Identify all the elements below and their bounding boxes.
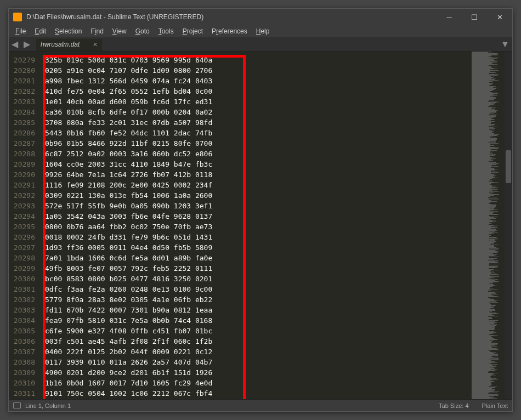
line-number: 20305 — [9, 326, 41, 336]
code-line: bc00 8583 0800 b025 0477 4816 3250 0201 — [41, 274, 469, 284]
line-number: 20279 — [9, 55, 41, 65]
menubar: File Edit Selection Find View Goto Tools… — [9, 25, 512, 37]
line-number: 20281 — [9, 76, 41, 86]
code-line: fd11 670b 7422 0007 7301 b90a 0812 1eaa — [41, 305, 469, 315]
line-number: 20311 — [9, 388, 41, 399]
sublime-window: D:\Dat Files\hwrusalm.dat - Sublime Text… — [8, 8, 513, 412]
menu-project[interactable]: Project — [178, 26, 207, 36]
line-number: 20298 — [9, 253, 41, 263]
line-number: 20309 — [9, 367, 41, 378]
line-number: 20294 — [9, 211, 41, 222]
code-line: 9926 64be 7e1a 1c64 2726 fb07 412b 0118 — [41, 169, 469, 180]
code-line: 1b16 0b0d 1607 0017 7d10 1605 fc29 4e0d — [41, 378, 469, 388]
line-number: 20302 — [9, 294, 41, 305]
line-number: 20301 — [9, 284, 41, 294]
line-number: 20286 — [9, 128, 41, 138]
code-line: 0309 0221 130a 013e fb54 1006 1a0a 2600 — [41, 190, 469, 201]
titlebar: D:\Dat Files\hwrusalm.dat - Sublime Text… — [9, 9, 512, 25]
code-line: 325b 019c 500d 031c 0703 9569 995d 640a — [41, 55, 469, 65]
syntax-mode[interactable]: Plain Text — [482, 402, 508, 409]
menu-preferences[interactable]: Preferences — [207, 26, 252, 36]
app-icon — [13, 13, 22, 21]
line-number: 20312 — [9, 399, 41, 399]
code-line: 0018 0002 24fb d331 fe79 9b6c 051d 1431 — [41, 232, 469, 242]
code-line: 7a01 1bda 1606 0c6d fe5a 0d01 a89b fa0e — [41, 253, 469, 263]
code-line: 5443 0b16 fb60 fe52 04dc 1101 2dac 74fb — [41, 128, 469, 138]
code-line: 3708 080a fe33 2c01 31ec 07db a507 98fd — [41, 117, 469, 128]
line-number: 20300 — [9, 274, 41, 284]
menu-file[interactable]: File — [11, 26, 30, 36]
code-line: 49fb 8003 fe07 0057 792c feb5 2252 0111 — [41, 263, 469, 274]
tab-label: hwrusalm.dat — [41, 41, 80, 48]
code-line: 1116 fe09 2108 200c 2e00 0425 0002 234f — [41, 180, 469, 190]
tab-size[interactable]: Tab Size: 4 — [439, 402, 468, 409]
code-line: 4900 0201 d200 9ce2 d201 6b1f 151d 1926 — [41, 367, 469, 378]
line-gutter: 2027920280202812028220283202842028520286… — [9, 52, 41, 399]
code-line: 1e01 40cb 00ad d600 059b fc6d 17fc ed31 — [41, 97, 469, 107]
nav-back-icon[interactable]: ◀ — [9, 38, 21, 50]
code-line: c6fe 5900 e327 4f08 0ffb c451 fb07 01bc — [41, 326, 469, 336]
tab-close-icon[interactable]: ✕ — [93, 41, 98, 48]
cursor-position[interactable]: Line 1, Column 1 — [25, 402, 71, 409]
menu-find[interactable]: Find — [86, 26, 107, 36]
tab-bar: ◀ ▶ hwrusalm.dat ✕ ▼ — [9, 37, 512, 52]
tab-dropdown-icon[interactable]: ▼ — [498, 38, 512, 50]
code-line: ca36 010b 8cfb 6dfe 0f17 000b 0204 0a02 — [41, 107, 469, 117]
code-line: 572e 517f 55fb 9e0b 0a05 090b 1203 3ef1 — [41, 201, 469, 211]
menu-tools[interactable]: Tools — [154, 26, 178, 36]
code-line: 1d93 ff36 0005 0911 04e4 0d50 fb5b 5809 — [41, 242, 469, 253]
code-line: a998 fbec 1312 566d 0459 074a fc24 0403 — [41, 76, 469, 86]
scroll-thumb[interactable] — [506, 150, 511, 183]
code-line: 0b96 01b5 8466 922d 11bf 0215 80fe 0700 — [41, 138, 469, 149]
line-number: 20299 — [9, 263, 41, 274]
menu-goto[interactable]: Goto — [131, 26, 154, 36]
line-number: 20295 — [9, 222, 41, 232]
scrollbar[interactable] — [505, 52, 512, 399]
line-number: 20296 — [9, 232, 41, 242]
code-line: 003f c501 ae45 4afb 2f08 2f1f 060c 1f2b — [41, 336, 469, 347]
code-line: 1604 cc0e 2003 31cc 4110 1849 b47e fb3c — [41, 159, 469, 169]
menu-help[interactable]: Help — [252, 26, 274, 36]
line-number: 20293 — [9, 201, 41, 211]
line-number: 20283 — [9, 97, 41, 107]
line-number: 20282 — [9, 86, 41, 97]
code-line: 5779 8f0a 28a3 8e02 0305 4a1e 06fb eb22 — [41, 294, 469, 305]
line-number: 20308 — [9, 357, 41, 367]
close-button[interactable]: ✕ — [487, 9, 512, 25]
code-line: 0dfc f3aa fe2a 0260 0248 0e13 0100 9c00 — [41, 284, 469, 294]
code-line: 6c87 2512 0a02 0003 3a16 060b dc52 e806 — [41, 149, 469, 159]
line-number: 20307 — [9, 347, 41, 357]
line-number: 20297 — [9, 242, 41, 253]
line-number: 20303 — [9, 305, 41, 315]
code-line: 410d fe75 0e04 2f65 0552 1efb bd04 0c00 — [41, 86, 469, 97]
line-number: 20289 — [9, 159, 41, 169]
maximize-button[interactable]: ☐ — [462, 9, 487, 25]
file-tab[interactable]: hwrusalm.dat ✕ — [36, 38, 102, 51]
panel-icon[interactable] — [13, 402, 21, 408]
line-number: 20310 — [9, 378, 41, 388]
nav-forward-icon[interactable]: ▶ — [21, 38, 33, 50]
line-number: 20287 — [9, 138, 41, 149]
line-number: 20292 — [9, 190, 41, 201]
minimap[interactable] — [469, 52, 505, 399]
line-number: 20280 — [9, 65, 41, 76]
menu-view[interactable]: View — [108, 26, 131, 36]
line-number: 20284 — [9, 107, 41, 117]
code-line: 9101 750c 0504 1002 1c06 2212 067c fbf4 — [41, 388, 469, 399]
code-line: 0117 3939 0110 011a 2626 2a57 407d 04b7 — [41, 357, 469, 367]
window-title: D:\Dat Files\hwrusalm.dat - Sublime Text… — [26, 13, 437, 21]
code-line: 0205 a91e 0c04 7107 0dfe 1d09 0800 2706 — [41, 65, 469, 76]
menu-edit[interactable]: Edit — [30, 26, 50, 36]
menu-selection[interactable]: Selection — [50, 26, 86, 36]
minimize-button[interactable]: ─ — [437, 9, 462, 25]
line-number: 20306 — [9, 336, 41, 347]
code-line: 1a05 3542 043a 3003 fb6e 04fe 9628 0137 — [41, 211, 469, 222]
line-number: 20304 — [9, 315, 41, 326]
statusbar: Line 1, Column 1 Tab Size: 4 Plain Text — [9, 399, 512, 411]
code-content[interactable]: 325b 019c 500d 031c 0703 9569 995d 640a0… — [41, 52, 469, 399]
line-number: 20285 — [9, 117, 41, 128]
code-line: 0400 222f 0125 2b02 044f 0009 0221 0c12 — [41, 347, 469, 357]
code-line: fea9 07fb 5810 031c 7e5a 0b0b 74c4 0168 — [41, 315, 469, 326]
line-number: 20288 — [9, 149, 41, 159]
line-number: 20291 — [9, 180, 41, 190]
